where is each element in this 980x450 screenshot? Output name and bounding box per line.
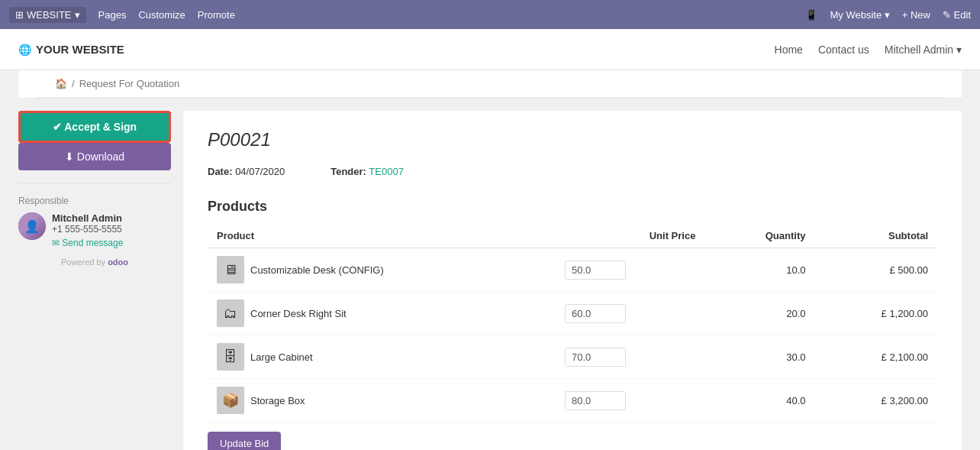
unit-price-input[interactable]: [565, 304, 626, 323]
top-bar-left: ⊞ WEBSITE ▾ Pages Customize Promote: [9, 7, 235, 23]
quote-number: P00021: [208, 129, 937, 151]
main-area: ✔ Accept & Sign ⬇ Download Responsible 👤…: [0, 99, 980, 450]
product-image: 📦: [217, 387, 244, 414]
unit-price-input[interactable]: [565, 348, 626, 367]
quote-date: Date: 04/07/2020: [208, 166, 285, 177]
col-product: Product: [208, 224, 556, 248]
responsible-phone: +1 555-555-5555: [52, 224, 123, 235]
col-quantity: Quantity: [704, 224, 814, 248]
products-title: Products: [208, 199, 937, 215]
responsible-section: Responsible 👤 Mitchell Admin +1 555-555-…: [18, 196, 171, 248]
product-name-cell: 🖥 Customizable Desk (CONFIG): [208, 248, 556, 292]
table-row: 📦 Storage Box 40.0 £ 3,200.00: [208, 379, 937, 422]
responsible-info: 👤 Mitchell Admin +1 555-555-5555 ✉ Send …: [18, 212, 171, 248]
unit-price-cell: [556, 335, 704, 379]
site-nav: Home Contact us Mitchell Admin ▾: [775, 44, 962, 56]
top-bar-right: 📱 My Website ▾ + New ✎ Edit: [805, 9, 971, 21]
powered-by: Powered by odoo: [18, 257, 171, 267]
logo-text: YOUR WEBSITE: [36, 43, 124, 56]
table-row: 🖥 Customizable Desk (CONFIG) 10.0 £ 500.…: [208, 248, 937, 292]
product-name-cell: 🗂 Corner Desk Right Sit: [208, 292, 556, 335]
breadcrumb: 🏠 / Request For Quotation: [37, 70, 943, 98]
tender-link[interactable]: TE0007: [369, 166, 404, 177]
responsible-name: Mitchell Admin: [52, 212, 123, 224]
chevron-down-icon: ▾: [956, 44, 962, 56]
subtotal-cell: £ 500.00: [814, 248, 937, 292]
subtotal-cell: £ 3,200.00: [814, 379, 937, 422]
site-header: 🌐 YOUR WEBSITE Home Contact us Mitchell …: [0, 29, 980, 70]
unit-price-cell: [556, 292, 704, 335]
chevron-down-icon: ▾: [75, 9, 80, 21]
products-table: Product Unit Price Quantity Subtotal 🖥 C…: [208, 224, 937, 422]
new-button[interactable]: + New: [902, 9, 930, 21]
chevron-down-icon: ▾: [885, 9, 890, 21]
col-subtotal: Subtotal: [814, 224, 937, 248]
product-name-cell: 📦 Storage Box: [208, 379, 556, 422]
breadcrumb-home[interactable]: 🏠: [55, 78, 67, 89]
quote-tender: Tender: TE0007: [330, 166, 404, 177]
subtotal-cell: £ 2,100.00: [814, 335, 937, 379]
quantity-cell: 30.0: [704, 335, 814, 379]
send-message-link[interactable]: ✉ Send message: [52, 238, 123, 248]
download-button[interactable]: ⬇ Download: [18, 143, 171, 170]
pages-menu[interactable]: Pages: [98, 9, 127, 21]
nav-contact[interactable]: Contact us: [818, 44, 869, 56]
customize-menu[interactable]: Customize: [138, 9, 185, 21]
col-unit-price: Unit Price: [556, 224, 704, 248]
unit-price-input[interactable]: [565, 261, 626, 280]
website-menu[interactable]: ⊞ WEBSITE ▾: [9, 7, 86, 23]
grid-icon: ⊞: [15, 9, 24, 21]
unit-price-cell: [556, 379, 704, 422]
mobile-icon[interactable]: 📱: [805, 9, 817, 21]
nav-home[interactable]: Home: [775, 44, 803, 56]
admin-menu[interactable]: Mitchell Admin ▾: [885, 44, 962, 56]
unit-price-cell: [556, 248, 704, 292]
edit-button[interactable]: ✎ Edit: [943, 9, 971, 21]
promote-menu[interactable]: Promote: [198, 9, 235, 21]
breadcrumb-separator: /: [72, 78, 75, 89]
responsible-details: Mitchell Admin +1 555-555-5555 ✉ Send me…: [52, 212, 123, 248]
table-row: 🗄 Large Cabinet 30.0 £ 2,100.00: [208, 335, 937, 379]
website-label: WEBSITE: [27, 9, 72, 21]
product-image: 🗂: [217, 299, 244, 327]
odoo-logo: odoo: [108, 257, 128, 267]
table-row: 🗂 Corner Desk Right Sit 20.0 £ 1,200.00: [208, 292, 937, 335]
update-bid-button[interactable]: Update Bid: [208, 432, 281, 450]
breadcrumb-current: Request For Quotation: [79, 78, 180, 89]
accept-sign-button[interactable]: ✔ Accept & Sign: [18, 111, 171, 143]
my-website-menu[interactable]: My Website ▾: [830, 9, 889, 21]
quantity-cell: 40.0: [704, 379, 814, 422]
product-image: 🗄: [217, 343, 244, 371]
globe-icon: 🌐: [18, 44, 31, 56]
sidebar: ✔ Accept & Sign ⬇ Download Responsible 👤…: [18, 111, 171, 450]
unit-price-input[interactable]: [565, 391, 626, 410]
content-area: P00021 Date: 04/07/2020 Tender: TE0007 P…: [183, 111, 962, 450]
quantity-cell: 20.0: [704, 292, 814, 335]
avatar: 👤: [18, 212, 46, 240]
subtotal-cell: £ 1,200.00: [814, 292, 937, 335]
product-image: 🖥: [217, 256, 244, 283]
product-name-cell: 🗄 Large Cabinet: [208, 335, 556, 379]
site-logo: 🌐 YOUR WEBSITE: [18, 43, 124, 56]
top-bar: ⊞ WEBSITE ▾ Pages Customize Promote 📱 My…: [0, 0, 980, 29]
quantity-cell: 10.0: [704, 248, 814, 292]
responsible-label: Responsible: [18, 196, 171, 206]
quote-meta: Date: 04/07/2020 Tender: TE0007: [208, 166, 937, 177]
